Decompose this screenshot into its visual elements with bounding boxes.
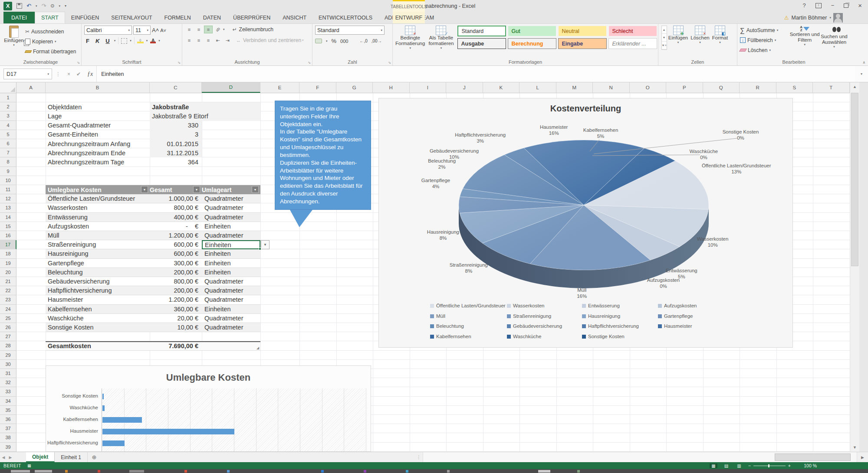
taskbar-icon[interactable] [65,470,68,473]
row-header-3[interactable]: 3 [0,111,16,121]
taskbar-icon[interactable] [538,470,550,473]
zoom-track[interactable] [753,466,786,466]
enter-entry-icon[interactable]: ✔ [76,71,81,77]
zoom-thumb[interactable] [768,464,769,467]
row-header-30[interactable]: 30 [0,360,16,369]
close-icon[interactable]: × [858,2,862,9]
legend-item-Aufzugskosten[interactable]: Aufzugskosten [658,303,697,308]
formula-input[interactable]: Einheiten [96,66,855,82]
cell-style-schlecht[interactable]: Schlecht [608,26,657,36]
cell-style-standard[interactable]: Standard [457,26,506,36]
row-header-2[interactable]: 2 [0,102,16,111]
row-header-21[interactable]: 21 [0,277,16,286]
align-left-icon[interactable]: ≡ [185,36,194,44]
legend-item-Wasserkosten[interactable]: Wasserkosten [507,303,544,308]
page-break-view-icon[interactable]: ▥ [735,463,743,468]
row-header-37[interactable]: 37 [0,424,16,433]
taskbar-icon[interactable] [11,470,30,473]
align-middle-icon[interactable]: ≡ [194,26,203,33]
row-header-11[interactable]: 11 [0,185,16,194]
sheet-nav-left-icon[interactable]: ◀ [0,452,7,462]
legend-item-Waschküche[interactable]: Waschküche [507,334,541,339]
insert-function-icon[interactable]: ƒx [87,71,93,78]
borders-caret-icon[interactable]: ▾ [130,39,132,42]
merge-center-button[interactable]: Verbinden und zentrieren [243,37,301,43]
column-header-K[interactable]: K [483,82,520,93]
legend-item-Entwässerung[interactable]: Entwässerung [582,303,620,308]
font-size-select[interactable]: 11▾ [133,26,151,35]
validation-dropdown-button[interactable]: ▼ [261,240,270,249]
macro-record-icon[interactable]: ▦ [27,463,31,468]
conditional-formatting-button[interactable]: ≠ Bedingte Formatierung▾ [395,26,425,50]
cell-style-gut[interactable]: Gut [508,26,556,36]
legend-item-Sonstige Kosten[interactable]: Sonstige Kosten [582,334,625,339]
select-all-corner[interactable] [0,82,16,93]
ribbon-display-options-icon[interactable]: ↑ [815,3,822,8]
grow-font-icon[interactable]: A˄ [152,27,159,33]
row-header-20[interactable]: 20 [0,268,16,277]
column-header-B[interactable]: B [46,82,150,93]
decrease-decimal-icon[interactable]: ,00→ [372,39,382,43]
legend-item-Müll[interactable]: Müll [430,313,445,319]
column-header-P[interactable]: P [666,82,703,93]
tab-scroll-splitter[interactable]: ⋮ [415,452,423,462]
row-header-12[interactable]: 12 [0,194,16,203]
legend-item-Hausmeister[interactable]: Hausmeister [658,323,692,329]
clipboard-dialog-launcher-icon[interactable]: ⇘ [77,61,80,65]
accounting-format-icon[interactable] [315,39,322,43]
row-header-1[interactable]: 1 [0,93,16,102]
ribbon-tab-entwicklertools[interactable]: ENTWICKLERTOOLS [312,12,378,23]
ribbon-tab-daten[interactable]: DATEN [197,12,227,23]
sheet-tab-objekt[interactable]: Objekt [26,452,55,462]
windows-taskbar[interactable] [0,469,868,473]
ribbon-tab-ansicht[interactable]: ANSICHT [276,12,312,23]
scroll-down-icon[interactable]: ▼ [850,443,859,452]
ribbon-tab-seitenlayout[interactable]: SEITENLAYOUT [105,12,158,23]
row-header-27[interactable]: 27 [0,332,16,341]
vertical-scrollbar-thumb[interactable] [851,93,858,266]
selected-cell[interactable]: Einheiten [202,240,260,249]
format-painter-button[interactable]: Format übertragen [25,47,76,56]
orientation-icon[interactable]: ab [212,24,224,36]
cell-style-berechnung[interactable]: Berechnung [508,38,556,49]
zoom-level[interactable]: 100 % [804,463,817,468]
cell-style-erklrender[interactable]: Erklärender ... [608,38,657,49]
legend-item-Gebäudeversicherung[interactable]: Gebäudeversicherung [507,323,562,329]
format-cells-button[interactable]: ◧Format▾ [712,26,728,44]
find-select-button[interactable]: Suchen und Auswählen▾ [820,26,848,55]
row-header-18[interactable]: 18 [0,249,16,258]
column-header-I[interactable]: I [410,82,447,93]
user-account[interactable]: ⚠ Martin Böhmer ▾ [784,12,831,23]
italic-button[interactable]: K [94,38,101,44]
row-header-32[interactable]: 32 [0,378,16,387]
fill-color-icon[interactable]: ◊ [137,39,144,43]
align-center-icon[interactable]: ≡ [194,36,203,44]
normal-view-icon[interactable]: ▦ [710,463,717,468]
row-header-22[interactable]: 22 [0,286,16,295]
column-header-H[interactable]: H [373,82,410,93]
avatar[interactable] [833,13,843,23]
row-header-35[interactable]: 35 [0,406,16,415]
fill-button[interactable]: ↓Füllbereich▾ [740,36,789,45]
row-header-25[interactable]: 25 [0,314,16,323]
legend-item-Kabelfernsehen[interactable]: Kabelfernsehen [430,334,471,339]
taskbar-icon[interactable] [447,470,450,473]
row-header-28[interactable]: 28 [0,341,16,350]
page-layout-view-icon[interactable]: ▤ [723,463,730,468]
legend-item-Beleuchtung[interactable]: Beleuchtung [430,323,464,329]
number-format-select[interactable]: Standard▾ [315,26,385,35]
column-header-G[interactable]: G [336,82,373,93]
cell-style-neutral[interactable]: Neutral [558,26,607,36]
font-color-caret-icon[interactable]: ▾ [158,39,160,42]
underline-caret-icon[interactable]: ▾ [114,39,116,42]
worksheet-grid[interactable]: ABCDEFGHIJKLMNOPQRST12345678910111213141… [0,82,868,452]
row-header-33[interactable]: 33 [0,387,16,396]
font-dialog-launcher-icon[interactable]: ⇘ [178,61,181,65]
zoom-slider[interactable]: − + [748,463,791,468]
increase-indent-icon[interactable]: ⇥ [223,36,232,44]
number-dialog-launcher-icon[interactable]: ⇘ [388,61,391,65]
sort-filter-button[interactable]: AZ Sortieren und Filtern▾ [789,26,820,55]
legend-item-Haftpflichtversicherung[interactable]: Haftpflichtversicherung [582,323,639,329]
restore-icon[interactable] [844,3,848,8]
percent-style-button[interactable]: % [332,38,337,44]
